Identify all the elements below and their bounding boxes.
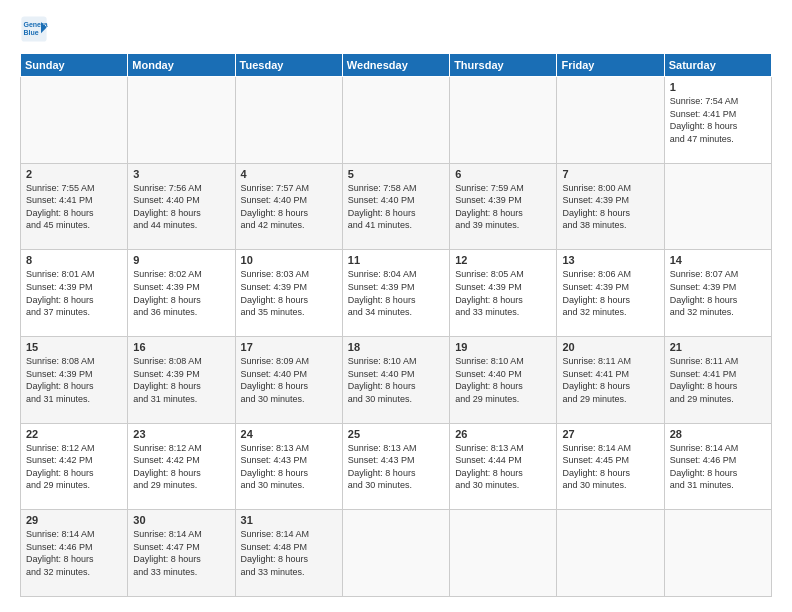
calendar-cell <box>557 510 664 597</box>
calendar-cell: 28Sunrise: 8:14 AMSunset: 4:46 PMDayligh… <box>664 423 771 510</box>
calendar-cell: 11Sunrise: 8:04 AMSunset: 4:39 PMDayligh… <box>342 250 449 337</box>
day-sunrise: Sunrise: 8:14 AMSunset: 4:46 PMDaylight:… <box>670 443 739 491</box>
day-number: 29 <box>26 514 122 526</box>
calendar-cell: 9Sunrise: 8:02 AMSunset: 4:39 PMDaylight… <box>128 250 235 337</box>
page: General Blue SundayMondayTuesdayWednesda… <box>0 0 792 612</box>
day-sunrise: Sunrise: 8:05 AMSunset: 4:39 PMDaylight:… <box>455 269 524 317</box>
calendar-cell: 26Sunrise: 8:13 AMSunset: 4:44 PMDayligh… <box>450 423 557 510</box>
calendar-cell: 21Sunrise: 8:11 AMSunset: 4:41 PMDayligh… <box>664 336 771 423</box>
day-sunrise: Sunrise: 8:14 AMSunset: 4:47 PMDaylight:… <box>133 529 202 577</box>
day-number: 6 <box>455 168 551 180</box>
calendar-week-row: 2Sunrise: 7:55 AMSunset: 4:41 PMDaylight… <box>21 163 772 250</box>
day-number: 25 <box>348 428 444 440</box>
calendar-cell: 17Sunrise: 8:09 AMSunset: 4:40 PMDayligh… <box>235 336 342 423</box>
calendar-week-row: 29Sunrise: 8:14 AMSunset: 4:46 PMDayligh… <box>21 510 772 597</box>
calendar-cell: 1Sunrise: 7:54 AMSunset: 4:41 PMDaylight… <box>664 77 771 164</box>
calendar-cell: 13Sunrise: 8:06 AMSunset: 4:39 PMDayligh… <box>557 250 664 337</box>
dow-header: Saturday <box>664 54 771 77</box>
day-sunrise: Sunrise: 8:01 AMSunset: 4:39 PMDaylight:… <box>26 269 95 317</box>
calendar-cell: 29Sunrise: 8:14 AMSunset: 4:46 PMDayligh… <box>21 510 128 597</box>
calendar-cell: 25Sunrise: 8:13 AMSunset: 4:43 PMDayligh… <box>342 423 449 510</box>
day-sunrise: Sunrise: 7:59 AMSunset: 4:39 PMDaylight:… <box>455 183 524 231</box>
day-number: 30 <box>133 514 229 526</box>
calendar-cell <box>342 77 449 164</box>
calendar-cell <box>557 77 664 164</box>
days-of-week-row: SundayMondayTuesdayWednesdayThursdayFrid… <box>21 54 772 77</box>
calendar-cell: 16Sunrise: 8:08 AMSunset: 4:39 PMDayligh… <box>128 336 235 423</box>
day-sunrise: Sunrise: 7:54 AMSunset: 4:41 PMDaylight:… <box>670 96 739 144</box>
day-number: 28 <box>670 428 766 440</box>
day-number: 17 <box>241 341 337 353</box>
day-number: 9 <box>133 254 229 266</box>
calendar-week-row: 8Sunrise: 8:01 AMSunset: 4:39 PMDaylight… <box>21 250 772 337</box>
calendar-cell: 5Sunrise: 7:58 AMSunset: 4:40 PMDaylight… <box>342 163 449 250</box>
header: General Blue <box>20 15 772 43</box>
day-number: 14 <box>670 254 766 266</box>
logo: General Blue <box>20 15 52 43</box>
calendar-week-row: 22Sunrise: 8:12 AMSunset: 4:42 PMDayligh… <box>21 423 772 510</box>
calendar-cell: 22Sunrise: 8:12 AMSunset: 4:42 PMDayligh… <box>21 423 128 510</box>
calendar-body: 1Sunrise: 7:54 AMSunset: 4:41 PMDaylight… <box>21 77 772 597</box>
calendar-cell: 30Sunrise: 8:14 AMSunset: 4:47 PMDayligh… <box>128 510 235 597</box>
calendar-cell: 12Sunrise: 8:05 AMSunset: 4:39 PMDayligh… <box>450 250 557 337</box>
day-sunrise: Sunrise: 8:03 AMSunset: 4:39 PMDaylight:… <box>241 269 310 317</box>
day-sunrise: Sunrise: 8:11 AMSunset: 4:41 PMDaylight:… <box>670 356 739 404</box>
day-number: 18 <box>348 341 444 353</box>
day-sunrise: Sunrise: 8:11 AMSunset: 4:41 PMDaylight:… <box>562 356 631 404</box>
calendar-cell <box>664 510 771 597</box>
day-sunrise: Sunrise: 8:06 AMSunset: 4:39 PMDaylight:… <box>562 269 631 317</box>
day-sunrise: Sunrise: 8:14 AMSunset: 4:45 PMDaylight:… <box>562 443 631 491</box>
calendar-cell: 7Sunrise: 8:00 AMSunset: 4:39 PMDaylight… <box>557 163 664 250</box>
day-number: 24 <box>241 428 337 440</box>
day-sunrise: Sunrise: 8:12 AMSunset: 4:42 PMDaylight:… <box>133 443 202 491</box>
day-sunrise: Sunrise: 8:04 AMSunset: 4:39 PMDaylight:… <box>348 269 417 317</box>
day-number: 2 <box>26 168 122 180</box>
calendar-cell: 24Sunrise: 8:13 AMSunset: 4:43 PMDayligh… <box>235 423 342 510</box>
day-sunrise: Sunrise: 8:13 AMSunset: 4:43 PMDaylight:… <box>348 443 417 491</box>
calendar-cell: 20Sunrise: 8:11 AMSunset: 4:41 PMDayligh… <box>557 336 664 423</box>
day-number: 26 <box>455 428 551 440</box>
calendar-cell: 15Sunrise: 8:08 AMSunset: 4:39 PMDayligh… <box>21 336 128 423</box>
dow-header: Thursday <box>450 54 557 77</box>
day-sunrise: Sunrise: 8:07 AMSunset: 4:39 PMDaylight:… <box>670 269 739 317</box>
calendar-cell: 18Sunrise: 8:10 AMSunset: 4:40 PMDayligh… <box>342 336 449 423</box>
day-number: 20 <box>562 341 658 353</box>
day-sunrise: Sunrise: 7:58 AMSunset: 4:40 PMDaylight:… <box>348 183 417 231</box>
day-number: 15 <box>26 341 122 353</box>
day-sunrise: Sunrise: 7:55 AMSunset: 4:41 PMDaylight:… <box>26 183 95 231</box>
calendar-cell: 4Sunrise: 7:57 AMSunset: 4:40 PMDaylight… <box>235 163 342 250</box>
calendar-cell <box>664 163 771 250</box>
day-sunrise: Sunrise: 8:09 AMSunset: 4:40 PMDaylight:… <box>241 356 310 404</box>
day-number: 1 <box>670 81 766 93</box>
dow-header: Tuesday <box>235 54 342 77</box>
calendar-cell <box>21 77 128 164</box>
calendar-cell: 23Sunrise: 8:12 AMSunset: 4:42 PMDayligh… <box>128 423 235 510</box>
day-sunrise: Sunrise: 8:02 AMSunset: 4:39 PMDaylight:… <box>133 269 202 317</box>
day-sunrise: Sunrise: 8:14 AMSunset: 4:48 PMDaylight:… <box>241 529 310 577</box>
calendar-cell <box>128 77 235 164</box>
calendar-week-row: 1Sunrise: 7:54 AMSunset: 4:41 PMDaylight… <box>21 77 772 164</box>
day-number: 22 <box>26 428 122 440</box>
dow-header: Sunday <box>21 54 128 77</box>
calendar-cell: 6Sunrise: 7:59 AMSunset: 4:39 PMDaylight… <box>450 163 557 250</box>
calendar-cell: 27Sunrise: 8:14 AMSunset: 4:45 PMDayligh… <box>557 423 664 510</box>
calendar-cell <box>450 77 557 164</box>
calendar-cell: 10Sunrise: 8:03 AMSunset: 4:39 PMDayligh… <box>235 250 342 337</box>
dow-header: Friday <box>557 54 664 77</box>
day-number: 8 <box>26 254 122 266</box>
day-number: 4 <box>241 168 337 180</box>
calendar-cell <box>450 510 557 597</box>
day-number: 3 <box>133 168 229 180</box>
day-number: 11 <box>348 254 444 266</box>
day-sunrise: Sunrise: 8:10 AMSunset: 4:40 PMDaylight:… <box>348 356 417 404</box>
day-sunrise: Sunrise: 8:08 AMSunset: 4:39 PMDaylight:… <box>133 356 202 404</box>
logo-icon: General Blue <box>20 15 48 43</box>
day-number: 27 <box>562 428 658 440</box>
day-sunrise: Sunrise: 8:13 AMSunset: 4:43 PMDaylight:… <box>241 443 310 491</box>
dow-header: Wednesday <box>342 54 449 77</box>
svg-text:Blue: Blue <box>24 29 39 36</box>
day-number: 13 <box>562 254 658 266</box>
day-sunrise: Sunrise: 7:57 AMSunset: 4:40 PMDaylight:… <box>241 183 310 231</box>
calendar-cell: 14Sunrise: 8:07 AMSunset: 4:39 PMDayligh… <box>664 250 771 337</box>
day-sunrise: Sunrise: 8:14 AMSunset: 4:46 PMDaylight:… <box>26 529 95 577</box>
